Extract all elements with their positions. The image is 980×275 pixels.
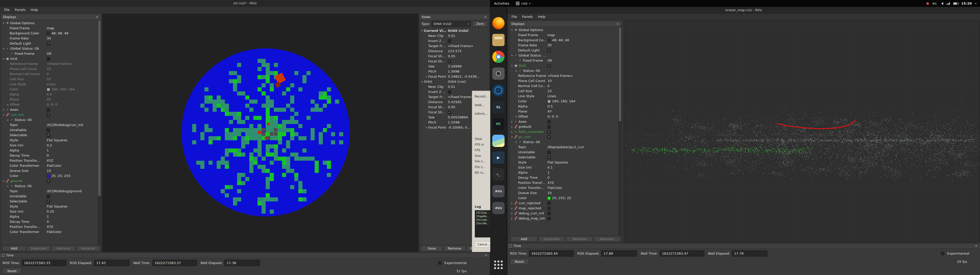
tree-row[interactable]: ▸∿Path_corrected [510,130,618,134]
row-checkbox[interactable] [47,200,50,203]
right-displays-scrollbar[interactable] [618,27,621,235]
tree-row[interactable]: Alpha1 [1,214,97,219]
tree-row[interactable]: Color TransformerFlatColor [1,229,97,234]
expander-icon[interactable]: ▾ [420,79,424,84]
rename-button[interactable]: Rename [76,246,100,251]
tree-row[interactable]: ▾✓Global Status: Ok [510,53,618,58]
tree-row[interactable]: Topic/SCDR/debug/ground [1,189,97,194]
row-checkbox[interactable] [547,136,551,139]
close-icon[interactable]: × [95,15,99,19]
zero-button[interactable]: Zero [473,21,488,27]
dock-web-globe-icon[interactable] [492,84,504,96]
expander-icon[interactable]: ▸ [514,68,518,73]
row-checkbox[interactable] [547,202,551,205]
tree-row[interactable]: Position Transfor...XYZ [1,224,97,229]
dock-show-applications-icon[interactable] [492,259,504,271]
tree-row[interactable]: ✓Fixed FrameOK [510,58,618,63]
expander-icon[interactable]: ▾ [2,46,5,51]
tree-row[interactable]: Line StyleLines [1,82,97,87]
tree-row[interactable]: ✓Fixed FrameOK [1,51,97,56]
tree-row[interactable]: Default Light [1,41,97,46]
tree-row[interactable]: Color160; 160; 164 [510,99,618,104]
tree-row[interactable]: Color25; 255; 25 [510,196,618,201]
expander-icon[interactable]: ▸ [425,125,428,130]
menu-panels[interactable]: Panels [12,7,28,13]
experimental-checkbox[interactable] [941,252,944,255]
tree-row[interactable]: Unreliable [1,194,97,199]
recorder-log-box[interactable]: [X11Inp...[PageRe...[PulseA...[FastRe... [475,210,490,237]
close-icon[interactable]: × [974,244,978,248]
tree-row[interactable]: PlaneXY [1,97,97,102]
tree-row[interactable]: Size (m)0.25 [1,209,97,214]
row-checkbox[interactable] [448,60,451,63]
menu-file[interactable]: File [2,7,12,13]
row-checkbox[interactable] [547,125,551,129]
tree-row[interactable]: StyleFlat Squares [510,160,618,165]
row-checkbox[interactable] [547,120,551,123]
right-viewport-canvas[interactable] [624,21,980,242]
tree-row[interactable]: Color160; 160; 164 [1,87,97,92]
tree-row[interactable]: ▸▞map_rejected [510,206,618,211]
tree-row[interactable]: ▾⚙Global Options [1,21,97,26]
expander-icon[interactable]: ▸ [510,211,514,216]
tree-row[interactable]: Position Transfor...XYZ [1,158,97,163]
close-icon[interactable]: × [616,22,620,26]
tree-row[interactable]: ▾Current ViewOrbit (rviz) [420,28,486,33]
expander-icon[interactable]: ▸ [514,139,518,145]
dock-chrome-icon[interactable] [492,51,504,63]
tree-row[interactable]: Reference Frame<Fixed Frame> [1,62,97,66]
float-icon[interactable] [2,254,5,257]
time-field-value[interactable] [152,260,197,266]
tree-row[interactable]: Pitch1.5698 [420,69,486,74]
expander-icon[interactable]: ▾ [510,63,514,68]
row-checkbox[interactable] [448,40,451,43]
tree-row[interactable]: Default Light [510,48,618,53]
time-field-value[interactable] [94,260,130,266]
system-tray[interactable]: en 15:39 ▾ [923,2,980,5]
time-field-value[interactable] [601,250,637,257]
tree-row[interactable]: Size (m)0.2 [1,143,97,148]
tree-row[interactable]: Cell Size10 [510,89,618,94]
remove-button[interactable]: Remove [566,236,593,242]
row-checkbox[interactable] [547,49,551,52]
expander-icon[interactable]: ▸ [6,117,10,122]
tree-row[interactable]: PlaneXY [510,109,618,114]
tree-row[interactable]: Decay Time0 [1,153,97,158]
tree-row[interactable]: Background Color48; 48; 48 [510,38,618,43]
remove-button[interactable]: Remove [444,246,465,251]
expander-icon[interactable]: ▸ [6,183,10,189]
tree-row[interactable]: Invert Z Axis [420,38,486,44]
view-type-combobox[interactable]: Orbit (rviz) ▾ [431,21,471,27]
tree-row[interactable]: Size (m)0.1 [510,165,618,170]
expander-icon[interactable]: ▸ [510,130,514,134]
network-icon[interactable] [947,2,950,5]
expander-icon[interactable]: ▸ [425,74,428,79]
left-titlebar[interactable]: srt.rviz* - RViz [0,0,490,6]
tree-row[interactable]: Decay Time0 [510,175,618,180]
expander-icon[interactable]: ▸ [6,102,10,107]
tree-row[interactable]: ▸✓Status: Ok [1,183,97,189]
tree-row[interactable]: Topic/SCDR/debug/curr_init [1,122,97,128]
right-time-header[interactable]: Time × [508,243,980,248]
time-field-value[interactable] [732,250,767,257]
tree-row[interactable]: ▾OrbitOrbit (rviz) [420,79,486,84]
close-icon[interactable]: × [484,15,487,19]
left-3d-viewport[interactable] [102,14,418,252]
dock-pc-app-icon[interactable]: PC [492,118,504,130]
tree-row[interactable]: Distance215.575 [420,49,486,54]
tree-row[interactable]: Cell Size10 [1,77,97,82]
tree-row[interactable]: Selectable [1,133,97,138]
tree-row[interactable]: Fixed Framemap [1,26,97,31]
expander-icon[interactable]: ▾ [2,112,5,117]
row-checkbox[interactable] [547,130,551,134]
keyboard-layout-indicator[interactable]: en [932,2,936,5]
focused-app-menu[interactable]: rviz ▾ [513,2,533,5]
menu-help[interactable]: Help [28,7,41,13]
tree-row[interactable]: Color TransformerFlatColor [1,163,97,168]
tree-row[interactable]: ▾▞pc_curr [510,134,618,139]
tree-row[interactable]: Unreliable [1,128,97,133]
tree-row[interactable]: Frame Rate30 [1,36,97,41]
tree-row[interactable]: Selectable [510,155,618,160]
expander-icon[interactable]: ▾ [2,179,5,183]
experimental-toggle[interactable]: Experimental [941,251,969,255]
